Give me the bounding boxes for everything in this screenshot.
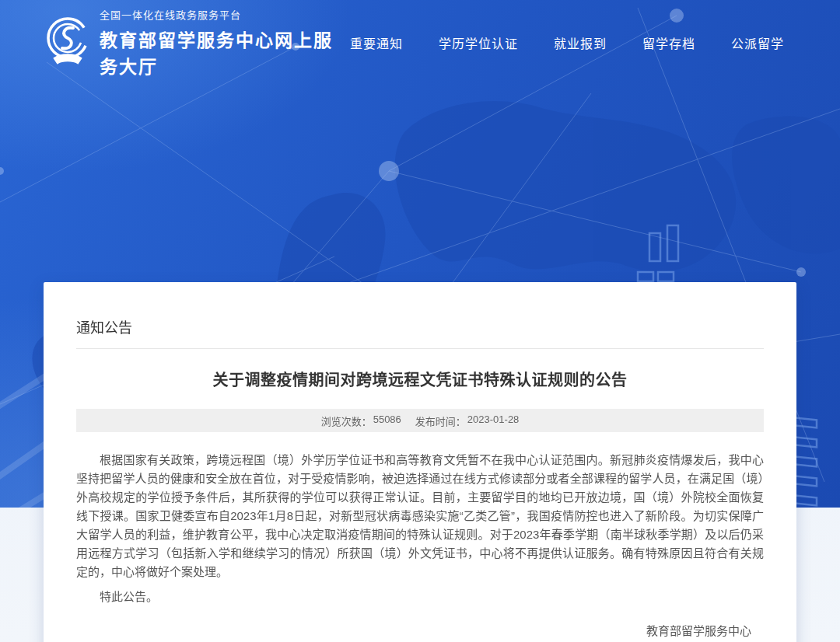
cscse-logo-icon: [45, 15, 90, 71]
brand-text: 全国一体化在线政务服务平台 教育部留学服务中心网上服务大厅: [100, 7, 350, 79]
publish-meta: 发布时间： 2023-01-28: [415, 413, 520, 428]
nav-item-important-notices[interactable]: 重要通知: [350, 33, 403, 52]
views-label: 浏览次数：: [321, 413, 372, 428]
section-title: 通知公告: [76, 316, 764, 337]
article-body: 根据国家有关政策，跨境远程国（境）外学历学位证书和高等教育文凭暂不在我中心认证范…: [76, 451, 764, 606]
views-meta: 浏览次数： 55086: [321, 413, 401, 428]
notice-card: 通知公告 关于调整疫情期间对跨境远程文凭证书特殊认证规则的公告 浏览次数： 55…: [44, 282, 796, 642]
platform-label: 全国一体化在线政务服务平台: [100, 7, 350, 22]
article-paragraph: 根据国家有关政策，跨境远程国（境）外学历学位证书和高等教育文凭暂不在我中心认证范…: [76, 451, 764, 581]
site-title: 教育部留学服务中心网上服务大厅: [100, 26, 350, 79]
publish-label: 发布时间：: [415, 413, 466, 428]
main-nav: 重要通知 学历学位认证 就业报到 留学存档 公派留学: [350, 33, 784, 52]
views-count: 55086: [373, 413, 401, 428]
nav-item-study-abroad-archives[interactable]: 留学存档: [642, 33, 695, 52]
article-meta-bar: 浏览次数： 55086 发布时间： 2023-01-28: [76, 409, 764, 432]
nav-item-employment-registration[interactable]: 就业报到: [554, 33, 607, 52]
section-divider: [76, 348, 764, 349]
article-paragraph-closing: 特此公告。: [76, 588, 764, 606]
nav-item-government-sponsored[interactable]: 公派留学: [731, 33, 784, 52]
article-signature: 教育部留学服务中心 2023年1月28日: [76, 622, 764, 642]
nav-item-degree-authentication[interactable]: 学历学位认证: [439, 33, 518, 52]
site-header: 全国一体化在线政务服务平台 教育部留学服务中心网上服务大厅 重要通知 学历学位认…: [0, 0, 840, 85]
article-title: 关于调整疫情期间对跨境远程文凭证书特殊认证规则的公告: [76, 368, 764, 390]
signature-org: 教育部留学服务中心: [76, 622, 751, 638]
brand-home-link[interactable]: 全国一体化在线政务服务平台 教育部留学服务中心网上服务大厅: [45, 7, 350, 79]
publish-date: 2023-01-28: [467, 413, 520, 428]
